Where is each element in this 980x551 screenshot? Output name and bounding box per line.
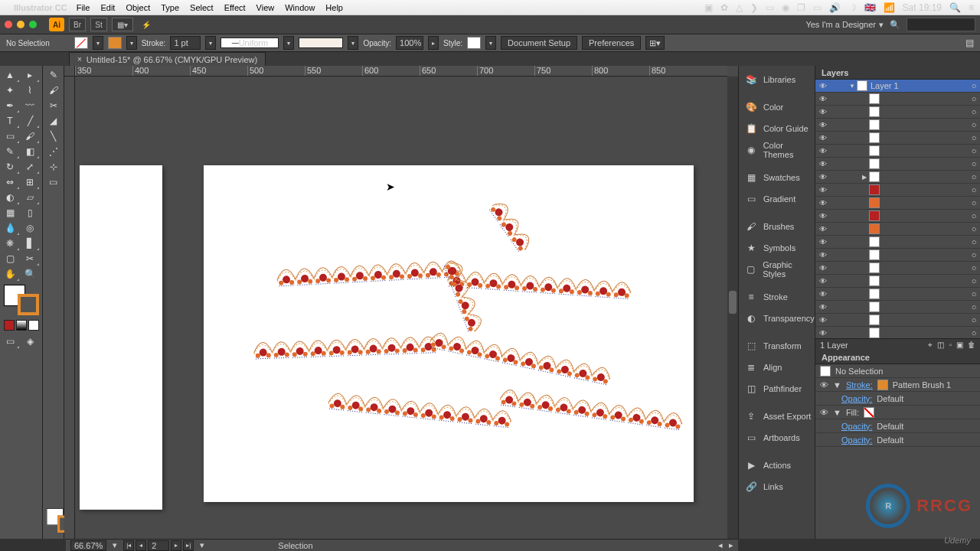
close-tab-icon[interactable]: × — [77, 55, 82, 64]
target-icon[interactable]: ○ — [968, 289, 980, 298]
disclose-icon[interactable]: ▼ — [848, 83, 857, 90]
fill-swatch[interactable] — [74, 37, 88, 49]
tray-icon[interactable]: ❒ — [797, 2, 805, 13]
panel-strip-actions[interactable]: ▶Actions — [739, 455, 815, 476]
rotate-tool[interactable]: ↻ — [0, 159, 20, 174]
scroll-left-icon[interactable]: ◂ — [718, 540, 723, 550]
visibility-icon[interactable]: 👁 — [815, 199, 831, 207]
layers-tab[interactable]: Layers — [815, 66, 980, 80]
visibility-icon[interactable]: 👁 — [815, 251, 831, 259]
new-layer-icon[interactable]: ▣ — [956, 341, 963, 349]
target-icon[interactable]: ○ — [968, 107, 980, 116]
layer-row[interactable]: 👁○ — [815, 132, 980, 145]
ruler-horizontal[interactable]: 350400450500550600650700750800850 — [75, 66, 727, 77]
free-transform-tool[interactable]: ⊞ — [20, 174, 40, 190]
app-name[interactable]: Illustrator CC — [14, 3, 67, 12]
target-icon[interactable]: ○ — [968, 133, 980, 142]
scrollbar-vertical[interactable] — [727, 77, 738, 539]
visibility-icon[interactable]: 👁 — [815, 121, 831, 129]
wifi-icon[interactable]: 📶 — [884, 2, 895, 13]
magic-wand-tool[interactable]: ✦ — [0, 83, 20, 98]
panel-strip-artboards[interactable]: ▭Artboards — [739, 427, 815, 448]
target-icon[interactable]: ○ — [968, 172, 980, 181]
line-tool[interactable]: ╱ — [20, 113, 40, 129]
brush-definition[interactable] — [299, 37, 343, 48]
opacity-link[interactable]: Opacity: — [820, 394, 872, 403]
minimize-window[interactable] — [17, 21, 24, 28]
brush-dropdown[interactable]: ▾ — [348, 36, 358, 50]
shaper-tool[interactable]: ✎ — [0, 144, 20, 159]
flag-icon[interactable]: 🇬🇧 — [864, 2, 876, 13]
visibility-icon[interactable]: 👁 — [815, 316, 831, 324]
layer-row[interactable]: 👁○ — [815, 275, 980, 288]
visibility-icon[interactable]: 👁 — [815, 238, 831, 246]
panel-strip-symbols[interactable]: ★Symbols — [739, 237, 815, 259]
layer-row[interactable]: 👁○ — [815, 119, 980, 132]
zoom-tool[interactable]: 🔍 — [20, 266, 40, 282]
layer-row[interactable]: 👁○ — [815, 249, 980, 262]
ruler-vertical[interactable] — [64, 77, 75, 539]
mesh-tool[interactable]: ▦ — [0, 205, 20, 220]
target-icon[interactable]: ○ — [968, 120, 980, 129]
tray-icon[interactable]: △ — [736, 2, 743, 13]
visibility-icon[interactable]: 👁 — [815, 277, 831, 285]
fill-dropdown[interactable]: ▾ — [93, 36, 103, 50]
ruler-origin[interactable] — [64, 66, 75, 77]
menu-window[interactable]: Window — [285, 3, 315, 12]
fill-swatch[interactable] — [864, 407, 874, 418]
visibility-icon[interactable]: 👁 — [815, 147, 831, 155]
target-icon[interactable]: ○ — [968, 237, 980, 246]
visibility-icon[interactable]: 👁 — [815, 134, 831, 142]
scale-tool[interactable]: ⤢ — [20, 159, 40, 174]
tool-sec[interactable]: ◢ — [44, 113, 64, 129]
target-icon[interactable]: ○ — [968, 250, 980, 259]
fill-stroke-indicator[interactable] — [4, 285, 39, 315]
layer-row[interactable]: 👁○ — [815, 314, 980, 327]
arrange-docs-button[interactable]: ▦▾ — [112, 18, 133, 31]
delete-layer-icon[interactable]: 🗑 — [968, 341, 975, 349]
panel-strip-stroke[interactable]: ≡Stroke — [739, 286, 815, 308]
make-clip-mask-icon[interactable]: ◫ — [937, 341, 944, 349]
tool-sec[interactable]: ⋰ — [44, 144, 64, 159]
control-bar-menu-icon[interactable]: ▤ — [965, 37, 974, 48]
menu-help[interactable]: Help — [325, 3, 343, 12]
gpu-button[interactable]: ⚡ — [138, 18, 155, 31]
panel-strip-pathfinder[interactable]: ◫Pathfinder — [739, 378, 815, 399]
menu-file[interactable]: File — [77, 3, 90, 12]
bridge-button[interactable]: Br — [69, 18, 86, 31]
width-tool[interactable]: ⇔ — [0, 174, 20, 190]
eyedropper-tool[interactable]: 💧 — [0, 220, 20, 236]
visibility-icon[interactable]: 👁 — [815, 225, 831, 233]
tray-icon[interactable]: ▭ — [813, 2, 822, 13]
perspective-tool[interactable]: ▱ — [20, 190, 40, 205]
tray-icon[interactable]: ✿ — [720, 2, 728, 13]
document-tab[interactable]: × Untitled-15* @ 66.67% (CMYK/GPU Previe… — [69, 52, 266, 66]
next-artboard-button[interactable]: ▸ — [171, 540, 181, 551]
close-window[interactable] — [5, 21, 12, 28]
visibility-icon[interactable]: 👁 — [815, 82, 831, 90]
screen-mode[interactable]: ▭ — [0, 334, 20, 349]
layer-row[interactable]: 👁▶○ — [815, 171, 980, 184]
opacity-link[interactable]: Opacity: — [820, 435, 872, 445]
visibility-icon[interactable]: 👁 — [820, 380, 828, 390]
tool-sec[interactable]: ✂ — [44, 98, 64, 113]
layer-row[interactable]: 👁○ — [815, 197, 980, 210]
target-icon[interactable]: ○ — [968, 328, 980, 337]
target-icon[interactable]: ○ — [968, 146, 980, 155]
locate-object-icon[interactable]: ⌖ — [928, 341, 933, 350]
target-icon[interactable]: ○ — [968, 263, 980, 272]
stroke-profile-dropdown[interactable]: ▾ — [283, 36, 294, 50]
tray-icon[interactable]: ▣ — [704, 2, 713, 13]
layer-row[interactable]: 👁○ — [815, 301, 980, 314]
visibility-icon[interactable]: 👁 — [815, 95, 831, 103]
menu-effect[interactable]: Effect — [224, 3, 246, 12]
target-icon[interactable]: ○ — [968, 211, 980, 220]
visibility-icon[interactable]: 👁 — [820, 408, 828, 417]
symbol-sprayer-tool[interactable]: ❋ — [0, 236, 20, 251]
tool-sec[interactable]: 🖌 — [44, 83, 64, 98]
panel-strip-color-guide[interactable]: 📋Color Guide — [739, 118, 815, 139]
spotlight-icon[interactable]: 🔍 — [949, 2, 961, 13]
slice-tool[interactable]: ✂ — [20, 251, 40, 266]
menu-view[interactable]: View — [256, 3, 275, 12]
opacity-field[interactable]: 100% — [396, 36, 423, 50]
